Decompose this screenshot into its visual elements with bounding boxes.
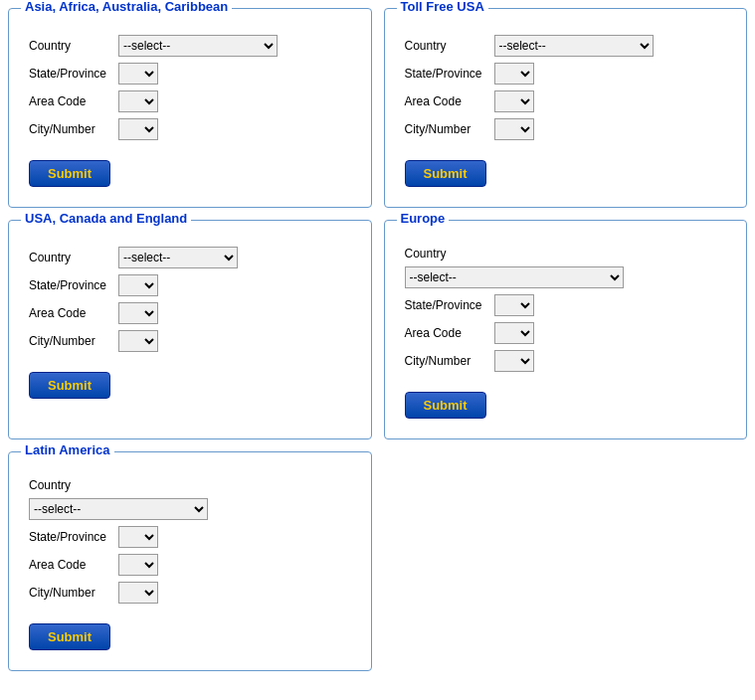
tollfree-panel-title: Toll Free USA [397, 0, 488, 14]
tollfree-state-select[interactable] [494, 63, 534, 85]
usa-panel: USA, Canada and England Country --select… [8, 220, 372, 439]
latinamerica-state-label: State/Province [29, 530, 118, 544]
usa-state-select[interactable] [118, 274, 158, 296]
asia-citynumber-select[interactable] [118, 118, 158, 140]
latinamerica-submit-button[interactable]: Submit [29, 623, 110, 650]
europe-citynumber-select[interactable] [494, 350, 534, 372]
usa-panel-title: USA, Canada and England [21, 211, 191, 226]
latinamerica-country-label: Country [29, 478, 118, 492]
asia-country-label: Country [29, 39, 118, 53]
asia-panel-title: Asia, Africa, Australia, Caribbean [21, 0, 232, 14]
tollfree-submit-button[interactable]: Submit [405, 160, 486, 187]
latinamerica-citynumber-select[interactable] [118, 582, 158, 604]
europe-country-select[interactable]: --select-- [405, 266, 624, 288]
europe-state-select[interactable] [494, 294, 534, 316]
latinamerica-panel-title: Latin America [21, 442, 114, 457]
tollfree-citynumber-label: City/Number [405, 122, 494, 136]
tollfree-state-label: State/Province [405, 67, 494, 81]
usa-citynumber-select[interactable] [118, 330, 158, 352]
usa-submit-button[interactable]: Submit [29, 372, 110, 399]
usa-country-select[interactable]: --select-- [118, 247, 238, 268]
tollfree-areacode-label: Area Code [405, 94, 494, 108]
europe-citynumber-label: City/Number [405, 354, 494, 368]
usa-country-label: Country [29, 251, 118, 264]
europe-submit-button[interactable]: Submit [405, 392, 486, 419]
latinamerica-panel: Latin America Country --select-- State/P… [8, 451, 372, 671]
asia-state-select[interactable] [118, 63, 158, 85]
latinamerica-areacode-label: Area Code [29, 558, 118, 572]
asia-country-select[interactable]: --select-- [118, 35, 278, 57]
asia-panel: Asia, Africa, Australia, Caribbean Count… [8, 8, 372, 208]
europe-state-label: State/Province [405, 298, 494, 312]
usa-state-label: State/Province [29, 278, 118, 292]
usa-areacode-label: Area Code [29, 306, 118, 320]
europe-areacode-select[interactable] [494, 322, 534, 344]
latinamerica-areacode-select[interactable] [118, 554, 158, 576]
europe-country-label: Country [405, 247, 494, 261]
tollfree-country-label: Country [405, 39, 494, 53]
asia-areacode-select[interactable] [118, 90, 158, 112]
usa-areacode-select[interactable] [118, 302, 158, 324]
asia-citynumber-label: City/Number [29, 122, 118, 136]
usa-citynumber-label: City/Number [29, 334, 118, 348]
latinamerica-state-select[interactable] [118, 526, 158, 548]
tollfree-citynumber-select[interactable] [494, 118, 534, 140]
tollfree-areacode-select[interactable] [494, 90, 534, 112]
asia-submit-button[interactable]: Submit [29, 160, 110, 187]
tollfree-country-select[interactable]: --select-- [494, 35, 654, 57]
europe-panel-title: Europe [397, 211, 450, 226]
asia-areacode-label: Area Code [29, 94, 118, 108]
europe-panel: Europe Country --select-- State/Province… [384, 220, 748, 439]
asia-state-label: State/Province [29, 67, 118, 81]
europe-areacode-label: Area Code [405, 326, 494, 340]
tollfree-panel: Toll Free USA Country --select-- State/P… [384, 8, 748, 208]
latinamerica-citynumber-label: City/Number [29, 586, 118, 600]
latinamerica-country-select[interactable]: --select-- [29, 498, 208, 520]
